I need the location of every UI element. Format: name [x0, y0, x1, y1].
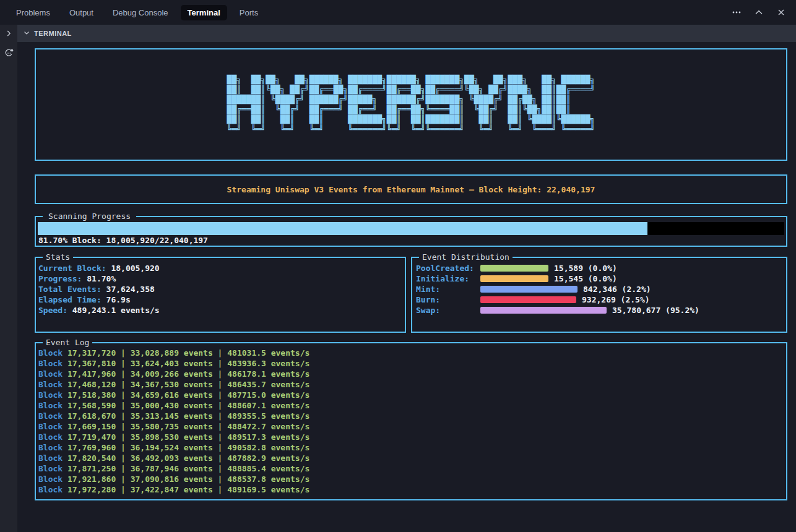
scanning-progress-box: Scanning Progress 81.70% Block: 18,005,9…	[35, 216, 787, 247]
distribution-row: Mint:842,346 (2.2%)	[416, 284, 786, 294]
log-entry-text: 17,769,960 | 36,194,524 events | 490582.…	[67, 443, 309, 452]
stat-value: 37,624,358	[106, 285, 155, 294]
stream-info-banner: Streaming Uniswap V3 Events from Ethereu…	[35, 174, 787, 204]
log-line: Block 17,972,280 | 37,422,847 events | 4…	[38, 484, 786, 495]
distribution-label: PoolCreated:	[416, 264, 480, 273]
log-block-word: Block	[38, 411, 67, 421]
event-distribution-box: Event Distribution PoolCreated:15,589 (0…	[411, 257, 787, 333]
log-block-word: Block	[38, 432, 67, 442]
maximize-panel-icon[interactable]	[754, 7, 764, 17]
stream-info-text: Streaming Uniswap V3 Events from Ethereu…	[227, 185, 595, 194]
scanning-progress-track	[38, 222, 784, 235]
stat-row: Progress: 81.70%	[38, 273, 405, 284]
log-entry-text: 17,820,540 | 36,492,093 events | 487882.…	[67, 453, 309, 463]
distribution-value: 15,589 (0.0%)	[554, 264, 617, 273]
stat-label: Total Events:	[38, 285, 106, 294]
log-entry-text: 17,417,960 | 34,009,266 events | 486178.…	[67, 369, 309, 379]
expand-strip-icon[interactable]	[4, 29, 13, 40]
distribution-bar	[480, 275, 548, 282]
panel-tab-debug-console[interactable]: Debug Console	[106, 5, 175, 20]
event-log-box: Event Log Block 17,317,720 | 33,028,889 …	[35, 342, 787, 500]
log-line: Block 17,468,120 | 34,367,530 events | 4…	[38, 379, 786, 390]
stat-value: 489,243.1 events/s	[72, 306, 160, 315]
distribution-row: Burn:932,269 (2.5%)	[416, 294, 786, 305]
log-line: Block 17,719,470 | 35,898,530 events | 4…	[38, 432, 786, 442]
log-line: Block 17,669,150 | 35,580,735 events | 4…	[38, 421, 786, 432]
log-block-word: Block	[38, 464, 67, 473]
more-actions-icon[interactable]	[732, 7, 742, 17]
hypersync-banner: ██╗ ██╗██╗ ██╗██████╗ ███████╗██████╗ ██…	[35, 48, 787, 161]
panel-tab-bar: ProblemsOutputDebug ConsoleTerminalPorts	[0, 0, 796, 25]
log-entry-text: 17,367,810 | 33,624,403 events | 483936.…	[67, 359, 309, 368]
log-block-word: Block	[38, 485, 67, 494]
distribution-label: Mint:	[416, 285, 480, 294]
close-panel-icon[interactable]	[776, 7, 786, 17]
distribution-bar	[480, 286, 578, 293]
stat-label: Speed:	[38, 306, 72, 315]
panel-main-column: TERMINAL ██╗ ██╗██╗ ██╗██████╗ ███████╗█…	[17, 25, 796, 532]
distribution-value: 35,780,677 (95.2%)	[612, 306, 699, 315]
stat-row: Current Block: 18,005,920	[38, 263, 405, 273]
distribution-row: Initialize:15,545 (0.0%)	[416, 273, 786, 284]
log-line: Block 17,317,720 | 33,028,889 events | 4…	[38, 348, 786, 358]
panel-body: TERMINAL ██╗ ██╗██╗ ██╗██████╗ ███████╗█…	[0, 25, 796, 532]
log-entry-text: 17,618,670 | 35,313,145 events | 489355.…	[67, 411, 309, 421]
sync-icon[interactable]	[4, 48, 14, 61]
panel-tab-terminal[interactable]: Terminal	[181, 5, 227, 20]
panel-tab-output[interactable]: Output	[63, 5, 100, 20]
distribution-value: 932,269 (2.5%)	[582, 295, 650, 304]
stats-box: Stats Current Block: 18,005,920Progress:…	[35, 257, 406, 333]
distribution-label: Initialize:	[416, 274, 480, 283]
log-line: Block 17,820,540 | 36,492,093 events | 4…	[38, 453, 786, 463]
log-entry-text: 17,921,860 | 37,090,816 events | 488537.…	[67, 474, 309, 484]
panel-tabs: ProblemsOutputDebug ConsoleTerminalPorts	[0, 5, 265, 20]
log-block-word: Block	[38, 359, 67, 368]
distribution-bar	[480, 307, 607, 314]
log-line: Block 17,921,860 | 37,090,816 events | 4…	[38, 474, 786, 484]
distribution-row: Swap:35,780,677 (95.2%)	[416, 305, 786, 315]
distribution-value: 15,545 (0.0%)	[554, 274, 617, 283]
distribution-rows: PoolCreated:15,589 (0.0%)Initialize:15,5…	[416, 263, 786, 315]
distribution-value: 842,346 (2.2%)	[583, 285, 651, 294]
stats-rows: Current Block: 18,005,920Progress: 81.70…	[38, 263, 405, 315]
stat-value: 76.9s	[106, 295, 131, 304]
stats-distribution-row: Stats Current Block: 18,005,920Progress:…	[35, 257, 787, 333]
log-entry-text: 17,568,590 | 35,000,430 events | 488607.…	[67, 401, 309, 410]
progress-fill	[38, 222, 647, 235]
chevron-down-icon[interactable]	[23, 29, 30, 38]
event-log-title: Event Log	[43, 337, 92, 348]
log-block-word: Block	[38, 453, 67, 463]
stats-title: Stats	[43, 252, 73, 262]
log-entry-text: 17,317,720 | 33,028,889 events | 481031.…	[67, 348, 309, 358]
scanning-progress-status: 81.70% Block: 18,005,920/22,040,197	[38, 235, 784, 246]
stat-value: 18,005,920	[111, 264, 159, 273]
panel-tab-ports[interactable]: Ports	[233, 5, 265, 20]
terminal-header-label: TERMINAL	[34, 30, 72, 37]
log-entry-text: 17,518,380 | 34,659,616 events | 487715.…	[67, 390, 309, 400]
log-line: Block 17,367,810 | 33,624,403 events | 4…	[38, 358, 786, 369]
log-block-word: Block	[38, 380, 67, 389]
log-block-word: Block	[38, 401, 67, 410]
terminal-content[interactable]: ██╗ ██╗██╗ ██╗██████╗ ███████╗██████╗ ██…	[17, 42, 796, 532]
panel-tab-problems[interactable]: Problems	[9, 5, 57, 20]
stat-row: Speed: 489,243.1 events/s	[38, 305, 405, 315]
log-block-word: Block	[38, 390, 67, 400]
stat-row: Total Events: 37,624,358	[38, 284, 405, 294]
log-line: Block 17,871,250 | 36,787,946 events | 4…	[38, 463, 786, 474]
distribution-bar	[480, 296, 576, 303]
log-entry-text: 17,972,280 | 37,422,847 events | 489169.…	[67, 485, 309, 494]
distribution-row: PoolCreated:15,589 (0.0%)	[416, 263, 786, 273]
log-block-word: Block	[38, 474, 67, 484]
hypersync-ascii-art: ██╗ ██╗██╗ ██╗██████╗ ███████╗██████╗ ██…	[227, 75, 595, 134]
event-distribution-title: Event Distribution	[419, 252, 513, 262]
log-block-word: Block	[38, 422, 67, 431]
log-entry-text: 17,719,470 | 35,898,530 events | 489517.…	[67, 432, 309, 442]
scanning-progress-title: Scanning Progress	[43, 211, 136, 221]
log-block-word: Block	[38, 348, 67, 358]
log-line: Block 17,769,960 | 36,194,524 events | 4…	[38, 442, 786, 453]
panel-side-strip	[0, 25, 17, 532]
log-line: Block 17,568,590 | 35,000,430 events | 4…	[38, 400, 786, 411]
stat-label: Progress:	[38, 274, 87, 283]
log-block-word: Block	[38, 443, 67, 452]
panel-actions	[732, 7, 796, 17]
